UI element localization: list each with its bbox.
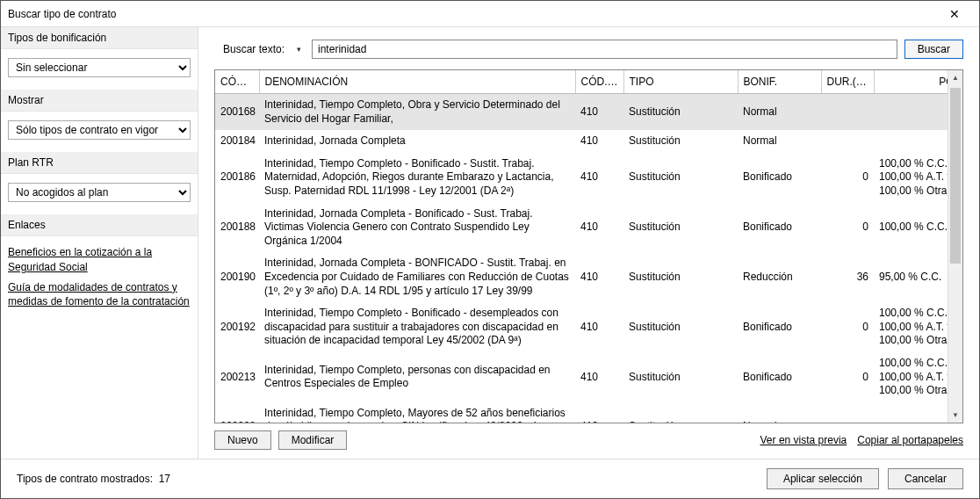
cell-denom: Interinidad, Tiempo Completo - Bonificad…: [259, 302, 575, 352]
cell-bonif: Bonificado: [738, 153, 821, 203]
cell-codi: 200213: [215, 352, 259, 402]
cell-por: 100,00 % C.C. 100,00 % A.T. y E.P. 100,0…: [874, 302, 948, 352]
sidebar: Tipos de bonificación Sin seleccionar Mo…: [1, 27, 198, 459]
sidebar-header-mostrar: Mostrar: [1, 90, 198, 112]
apply-button[interactable]: Aplicar selección: [767, 468, 879, 489]
cell-bonif: Bonificado: [738, 203, 821, 253]
results-table-wrap: CÓDI... DENOMINACIÓN CÓD.O... TIPO BONIF…: [214, 69, 963, 423]
plan-select[interactable]: No acogidos al plan: [8, 183, 191, 202]
scrollbar[interactable]: ▲ ▼: [948, 70, 962, 423]
link-guia[interactable]: Guía de modalidades de contratos y medid…: [8, 280, 191, 310]
dialog-body: Tipos de bonificación Sin seleccionar Mo…: [1, 27, 979, 459]
main-panel: Buscar texto: ▾ Buscar CÓDI... DENOMINAC…: [198, 27, 979, 459]
cell-dur: [821, 402, 874, 423]
cell-por: 100,00 % C.C. 100,00 % A.T. y E.P. 100,0…: [874, 352, 948, 402]
cell-codo: 410: [575, 352, 623, 402]
cell-tipo: Sustitución: [623, 94, 738, 131]
table-row[interactable]: 200213Interinidad, Tiempo Completo, pers…: [215, 352, 948, 402]
chevron-down-icon[interactable]: ▾: [293, 45, 305, 54]
footer: Tipos de contrato mostrados: 17 Aplicar …: [1, 459, 979, 498]
cell-bonif: Bonificado: [738, 352, 821, 402]
cell-denom: Interinidad, Tiempo Completo, Mayores de…: [259, 402, 575, 423]
cell-bonif: Normal: [738, 130, 821, 153]
table-row[interactable]: 200192Interinidad, Tiempo Completo - Bon…: [215, 302, 948, 352]
status-text: Tipos de contrato mostrados: 17: [17, 473, 170, 485]
table-row[interactable]: 200184Interinidad, Jornada Completa410Su…: [215, 130, 948, 153]
cell-por: 95,00 % C.C.: [874, 252, 948, 302]
scroll-down-icon[interactable]: ▼: [948, 408, 962, 423]
clipboard-link[interactable]: Copiar al portapapeles: [857, 434, 963, 446]
table-row[interactable]: 200186Interinidad, Tiempo Completo - Bon…: [215, 153, 948, 203]
cell-codo: 410: [575, 94, 623, 131]
cell-dur: [821, 130, 874, 153]
search-input[interactable]: [312, 40, 897, 59]
table-row[interactable]: 200168Interinidad, Tiempo Completo, Obra…: [215, 94, 948, 131]
cell-por: [874, 402, 948, 423]
search-button[interactable]: Buscar: [904, 40, 963, 59]
cell-dur: 0: [821, 203, 874, 253]
cancel-button[interactable]: Cancelar: [888, 468, 963, 489]
preview-link[interactable]: Ver en vista previa: [760, 434, 847, 446]
sidebar-header-enlaces: Enlaces: [1, 214, 198, 236]
cell-codi: 200238: [215, 402, 259, 423]
search-row: Buscar texto: ▾ Buscar: [214, 40, 963, 59]
window-title: Buscar tipo de contrato: [8, 8, 937, 20]
table-row[interactable]: 200190Interinidad, Jornada Completa - BO…: [215, 252, 948, 302]
cell-denom: Interinidad, Jornada Completa - BONFICAD…: [259, 252, 575, 302]
col-denom[interactable]: DENOMINACIÓN: [259, 70, 575, 94]
cell-bonif: Normal: [738, 94, 821, 131]
table-row[interactable]: 200188Interinidad, Jornada Completa - Bo…: [215, 203, 948, 253]
bonif-select[interactable]: Sin seleccionar: [8, 58, 191, 77]
cell-por: [874, 94, 948, 131]
col-bonif[interactable]: BONIF.: [738, 70, 821, 94]
search-label: Buscar texto:: [214, 43, 285, 55]
cell-bonif: Bonificado: [738, 302, 821, 352]
col-por[interactable]: POR. /IMP.: [874, 70, 948, 94]
cell-denom: Interinidad, Jornada Completa - Bonifica…: [259, 203, 575, 253]
cell-codi: 200190: [215, 252, 259, 302]
cell-tipo: Sustitución: [623, 153, 738, 203]
sidebar-header-plan: Plan RTR: [1, 152, 198, 174]
table-header-row: CÓDI... DENOMINACIÓN CÓD.O... TIPO BONIF…: [215, 70, 948, 94]
link-beneficios[interactable]: Beneficios en la cotización a la Segurid…: [8, 245, 191, 275]
cell-denom: Interinidad, Tiempo Completo, Obra y Ser…: [259, 94, 575, 131]
cell-codi: 200192: [215, 302, 259, 352]
cell-codi: 200188: [215, 203, 259, 253]
col-dur[interactable]: DUR.(M...: [821, 70, 874, 94]
col-codi[interactable]: CÓDI...: [215, 70, 259, 94]
cell-dur: [821, 94, 874, 131]
cell-bonif: Normal: [738, 402, 821, 423]
cell-codi: 200184: [215, 130, 259, 153]
cell-codi: 200186: [215, 153, 259, 203]
cell-dur: 0: [821, 153, 874, 203]
cell-codo: 410: [575, 302, 623, 352]
titlebar: Buscar tipo de contrato ✕: [1, 1, 979, 27]
cell-tipo: Sustitución: [623, 130, 738, 153]
cell-codo: 410: [575, 153, 623, 203]
nuevo-button[interactable]: Nuevo: [214, 430, 271, 450]
modificar-button[interactable]: Modificar: [278, 430, 348, 450]
scroll-thumb[interactable]: [950, 88, 961, 264]
close-icon[interactable]: ✕: [937, 7, 972, 21]
col-tipo[interactable]: TIPO: [623, 70, 738, 94]
dialog-window: Buscar tipo de contrato ✕ Tipos de bonif…: [0, 0, 980, 499]
sidebar-header-bonif: Tipos de bonificación: [1, 27, 198, 49]
cell-denom: Interinidad, Jornada Completa: [259, 130, 575, 153]
cell-tipo: Sustitución: [623, 402, 738, 423]
cell-por: 100,00 % C.C. 100,00 % A.T. y E.P. 100,0…: [874, 153, 948, 203]
cell-por: [874, 130, 948, 153]
cell-codo: 410: [575, 203, 623, 253]
cell-denom: Interinidad, Tiempo Completo, personas c…: [259, 352, 575, 402]
cell-por: 100,00 % C.C.: [874, 203, 948, 253]
cell-codo: 410: [575, 402, 623, 423]
col-codo[interactable]: CÓD.O...: [575, 70, 623, 94]
cell-codo: 410: [575, 130, 623, 153]
cell-tipo: Sustitución: [623, 252, 738, 302]
cell-codi: 200168: [215, 94, 259, 131]
cell-tipo: Sustitución: [623, 203, 738, 253]
cell-dur: 36: [821, 252, 874, 302]
mostrar-select[interactable]: Sólo tipos de contrato en vigor: [8, 120, 191, 140]
table-row[interactable]: 200238Interinidad, Tiempo Completo, Mayo…: [215, 402, 948, 423]
cell-tipo: Sustitución: [623, 302, 738, 352]
scroll-up-icon[interactable]: ▲: [948, 70, 962, 85]
